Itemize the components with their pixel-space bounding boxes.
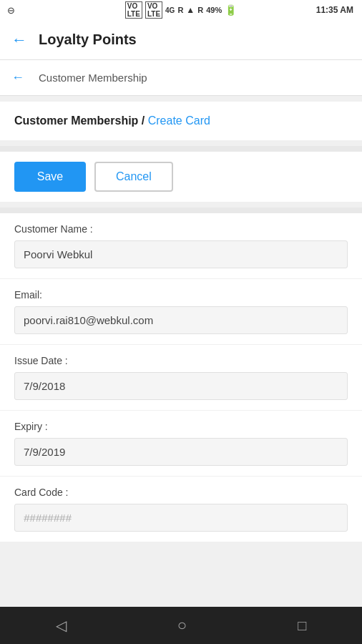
- battery-percent: 49%: [206, 6, 222, 14]
- expiry-label: Expiry :: [14, 421, 348, 432]
- customer-name-field: Customer Name :: [0, 213, 362, 279]
- breadcrumb-link[interactable]: Create Card: [148, 114, 210, 127]
- breadcrumb: Customer Membership / Create Card: [14, 114, 210, 127]
- app-header: ← Loyalty Points: [0, 20, 362, 60]
- card-code-field: Card Code :: [0, 477, 362, 542]
- email-label: Email:: [14, 289, 348, 301]
- card-code-label: Card Code :: [14, 487, 348, 498]
- sub-header-title: Customer Membership: [39, 72, 147, 84]
- email-input[interactable]: [14, 306, 348, 334]
- divider-2: [0, 208, 362, 213]
- issue-date-field: Issue Date :: [0, 345, 362, 411]
- breadcrumb-prefix: Customer Membership /: [14, 114, 148, 127]
- expiry-input[interactable]: [14, 438, 348, 466]
- main-content: Customer Membership / Create Card Save C…: [0, 96, 362, 547]
- expiry-field: Expiry :: [0, 411, 362, 477]
- sub-header-back-button[interactable]: ←: [11, 70, 24, 85]
- back-nav-icon[interactable]: ◁: [56, 617, 67, 634]
- customer-name-input[interactable]: [14, 240, 348, 268]
- status-time: 11:35 AM: [316, 5, 353, 15]
- divider-1: [0, 146, 362, 152]
- cancel-button[interactable]: Cancel: [94, 162, 173, 192]
- buttons-section: Save Cancel: [0, 152, 362, 202]
- save-button[interactable]: Save: [14, 162, 86, 192]
- app-back-button[interactable]: ←: [11, 31, 27, 49]
- vo-lte-icon1: VOLTE: [125, 1, 142, 19]
- bottom-nav: ◁ ○ □: [0, 607, 362, 644]
- r2-icon: R: [197, 6, 203, 14]
- issue-date-label: Issue Date :: [14, 355, 348, 366]
- vo-lte-icon2: VOLTE: [145, 1, 162, 19]
- card-code-input[interactable]: [14, 504, 348, 532]
- recent-nav-icon[interactable]: □: [298, 618, 306, 634]
- form-section: Customer Name : Email: Issue Date : Expi…: [0, 213, 362, 542]
- breadcrumb-section: Customer Membership / Create Card: [0, 102, 362, 140]
- 4g-icon: 4G: [165, 6, 175, 14]
- sub-header: ← Customer Membership: [0, 60, 362, 96]
- signal-icon: ▲: [186, 5, 195, 15]
- r-icon: R: [177, 6, 183, 14]
- app-title: Loyalty Points: [39, 31, 137, 48]
- status-do-not-disturb: ⊖: [7, 5, 15, 16]
- customer-name-label: Customer Name :: [14, 223, 348, 235]
- home-nav-icon[interactable]: ○: [177, 616, 187, 635]
- battery-icon: 🔋: [225, 4, 237, 16]
- status-bar: ⊖ VOLTE VOLTE 4G R ▲ R 49% 🔋 11:35 AM: [0, 0, 362, 20]
- issue-date-input[interactable]: [14, 372, 348, 400]
- status-icons: VOLTE VOLTE 4G R ▲ R 49% 🔋: [125, 1, 237, 19]
- email-field-container: Email:: [0, 279, 362, 345]
